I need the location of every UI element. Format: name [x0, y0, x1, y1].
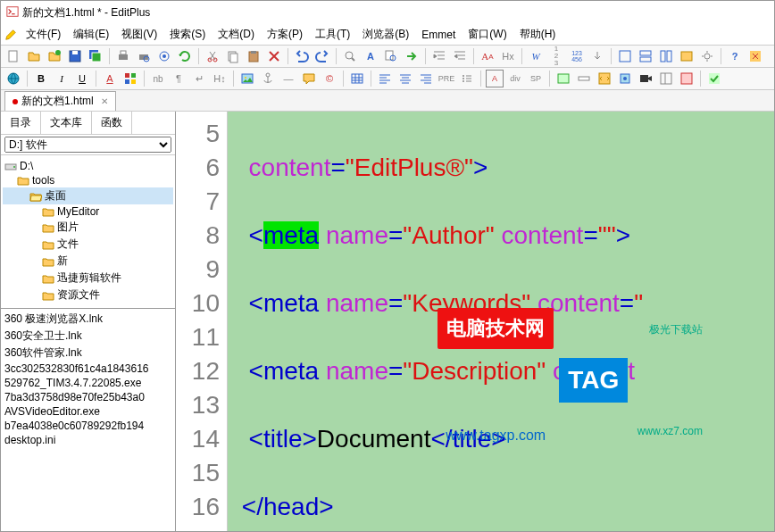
table-icon[interactable] — [348, 70, 366, 87]
print-preview-icon[interactable] — [135, 47, 153, 65]
tree-node[interactable]: MyEditor — [3, 204, 173, 219]
form-icon[interactable] — [554, 70, 572, 87]
document-tab[interactable]: 新的文档1.html ✕ — [4, 91, 116, 111]
folder-tree[interactable]: D:\tools桌面MyEditor图片文件新迅捷剪辑软件资源文件 — [1, 155, 175, 309]
file-item[interactable]: b7ea4038e0c60789292fb194 — [4, 419, 171, 433]
window1-icon[interactable] — [616, 47, 634, 65]
file-item[interactable]: 360安全卫士.lnk — [4, 328, 171, 345]
browser-icon[interactable] — [4, 70, 22, 87]
anchor-icon[interactable] — [259, 70, 277, 87]
new-icon[interactable] — [4, 47, 22, 65]
window4-icon[interactable] — [678, 47, 696, 65]
tree-node[interactable]: D:\ — [3, 159, 173, 173]
align-left-icon[interactable] — [376, 70, 394, 87]
tree-node[interactable]: 桌面 — [3, 187, 173, 204]
sidebar-tab-functions[interactable]: 函数 — [92, 112, 132, 134]
save-all-icon[interactable] — [87, 47, 104, 65]
help-icon[interactable]: ? — [726, 47, 744, 65]
script-icon[interactable] — [596, 70, 613, 87]
undo-icon[interactable] — [293, 47, 311, 65]
print-icon[interactable] — [114, 47, 132, 65]
tree-node[interactable]: 资源文件 — [3, 287, 173, 303]
sidebar-tab-directory[interactable]: 目录 — [1, 112, 41, 134]
h-icon[interactable]: H↕ — [211, 70, 229, 87]
menu-view[interactable]: 视图(V) — [116, 25, 162, 44]
object-icon[interactable] — [616, 70, 634, 87]
file-item[interactable]: 7ba3d3758d98e70fe25b43a0 — [4, 390, 171, 404]
bold-icon[interactable]: B — [32, 70, 50, 87]
div-icon[interactable]: div — [506, 70, 524, 87]
para-icon[interactable]: ¶ — [170, 70, 188, 87]
open-icon[interactable] — [25, 47, 43, 65]
code-area[interactable]: content="EditPlus®"> <meta name="Author"… — [228, 112, 774, 531]
save-icon[interactable] — [66, 47, 84, 65]
pre-icon[interactable]: PRE — [438, 70, 455, 87]
redo-icon[interactable] — [313, 47, 331, 65]
menu-tools[interactable]: 工具(T) — [310, 25, 355, 44]
copy-icon[interactable] — [224, 47, 242, 65]
hr-icon[interactable]: — — [279, 70, 297, 87]
menu-project[interactable]: 方案(P) — [262, 25, 308, 44]
wordwrap-icon[interactable]: W — [527, 47, 545, 65]
input-icon[interactable] — [575, 70, 593, 87]
file-item[interactable]: AVSVideoEditor.exe — [4, 404, 171, 419]
file-list[interactable]: 360 极速浏览器X.lnk360安全卫士.lnk360软件管家.lnk3cc3… — [1, 309, 175, 531]
ruler-icon[interactable]: 123456 — [568, 47, 586, 65]
textarea-icon[interactable]: A — [486, 70, 504, 87]
validate-icon[interactable] — [705, 70, 723, 87]
goto-icon[interactable] — [403, 47, 421, 65]
file-item[interactable]: 360 极速浏览器X.lnk — [4, 311, 171, 328]
tree-node[interactable]: 图片 — [3, 219, 173, 236]
tool-x-icon[interactable] — [746, 47, 764, 65]
menu-file[interactable]: 文件(F) — [21, 25, 66, 44]
paste-icon[interactable] — [245, 47, 262, 65]
frame-icon[interactable] — [657, 70, 675, 87]
menu-browser[interactable]: 浏览器(B) — [357, 25, 414, 44]
tree-node[interactable]: tools — [3, 173, 173, 187]
align-right-icon[interactable] — [417, 70, 435, 87]
tree-node[interactable]: 文件 — [3, 236, 173, 253]
file-item[interactable]: 529762_TIM3.4.7.22085.exe — [4, 376, 171, 390]
window2-icon[interactable] — [637, 47, 654, 65]
drive-select[interactable]: D:] 软件 — [4, 137, 171, 153]
cut-icon[interactable] — [204, 47, 221, 65]
menu-emmet[interactable]: Emmet — [416, 27, 461, 43]
image-icon[interactable] — [238, 70, 256, 87]
menu-window[interactable]: 窗口(W) — [462, 25, 512, 44]
sidebar-tab-cliptext[interactable]: 文本库 — [41, 112, 92, 134]
linenum-icon[interactable]: 123 — [547, 47, 565, 65]
menu-search[interactable]: 搜索(S) — [164, 25, 211, 44]
file-item[interactable]: 3cc302532830f61c4a1843616 — [4, 362, 171, 376]
menu-edit[interactable]: 编辑(E) — [68, 25, 114, 44]
close-tab-icon[interactable]: ✕ — [101, 96, 108, 106]
tree-node[interactable]: 新 — [3, 253, 173, 270]
settings-icon[interactable] — [698, 47, 716, 65]
find-files-icon[interactable] — [382, 47, 400, 65]
indent-icon[interactable] — [430, 47, 448, 65]
preview-icon[interactable] — [155, 47, 173, 65]
outdent-icon[interactable] — [451, 47, 469, 65]
list-icon[interactable] — [458, 70, 476, 87]
open-remote-icon[interactable] — [46, 47, 63, 65]
video-icon[interactable] — [637, 70, 654, 87]
break-icon[interactable]: ↵ — [190, 70, 208, 87]
heading-icon[interactable]: Hx — [499, 47, 517, 65]
font-color-icon[interactable]: A — [101, 70, 119, 87]
drive-selector[interactable]: D:] 软件 — [1, 135, 175, 155]
code-editor[interactable]: 5678910111213141516 content="EditPlus®">… — [176, 112, 774, 531]
delete-icon[interactable] — [265, 47, 283, 65]
char-icon[interactable]: © — [321, 70, 338, 87]
file-item[interactable]: desktop.ini — [4, 433, 171, 447]
palette-icon[interactable] — [121, 70, 139, 87]
invisible-icon[interactable] — [588, 47, 606, 65]
comment-icon[interactable] — [300, 70, 318, 87]
menu-document[interactable]: 文档(D) — [212, 25, 260, 44]
file-item[interactable]: 360软件管家.lnk — [4, 345, 171, 362]
menu-help[interactable]: 帮助(H) — [514, 25, 562, 44]
tree-node[interactable]: 迅捷剪辑软件 — [3, 270, 173, 287]
align-center-icon[interactable] — [396, 70, 414, 87]
italic-icon[interactable]: I — [53, 70, 71, 87]
span-icon[interactable]: SP — [527, 70, 545, 87]
underline-icon[interactable]: U — [73, 70, 91, 87]
find-icon[interactable] — [341, 47, 359, 65]
